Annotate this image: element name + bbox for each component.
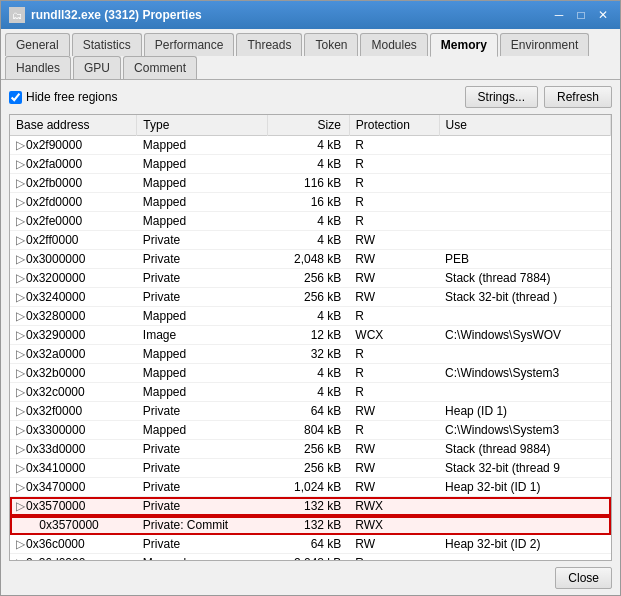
cell-protection: RWX [349,516,439,535]
table-row[interactable]: ▷ 0x3240000Private256 kBRWStack 32-bit (… [10,288,611,307]
cell-base-address: ▷ 0x2fa0000 [10,155,137,174]
tab-memory[interactable]: Memory [430,33,498,57]
expand-arrow[interactable]: ▷ [16,233,26,247]
cell-type: Mapped [137,421,267,440]
cell-protection: RW [349,231,439,250]
table-row[interactable]: ▷ 0x3000000Private2,048 kBRWPEB [10,250,611,269]
table-row[interactable]: ▷ 0x32b0000Mapped4 kBRC:\Windows\System3 [10,364,611,383]
cell-type: Private [137,250,267,269]
table-row[interactable]: ▷ 0x3300000Mapped804 kBRC:\Windows\Syste… [10,421,611,440]
table-row[interactable]: ▷ 0x3290000Image12 kBWCXC:\Windows\SysWO… [10,326,611,345]
close-button[interactable]: Close [555,567,612,589]
expand-arrow[interactable]: ▷ [16,442,26,456]
window-title: rundll32.exe (3312) Properties [31,8,202,22]
cell-size: 12 kB [267,326,349,345]
tab-token[interactable]: Token [304,33,358,56]
expand-arrow[interactable]: ▷ [16,176,26,190]
cell-base-address: ▷ 0x36d0000 [10,554,137,562]
table-row[interactable]: ▷ 0x36d0000Mapped2,048 kBR [10,554,611,562]
cell-protection: R [349,155,439,174]
cell-base-address: ▷ 0x3280000 [10,307,137,326]
table-row[interactable]: ▷ 0x3470000Private1,024 kBRWHeap 32-bit … [10,478,611,497]
cell-size: 256 kB [267,288,349,307]
toolbar: Hide free regions Strings... Refresh [1,80,620,114]
table-row[interactable]: ▷ 0x32a0000Mapped32 kBR [10,345,611,364]
table-row[interactable]: ▷ 0x3570000Private132 kBRWX [10,497,611,516]
cell-protection: RW [349,269,439,288]
table-row[interactable]: ▷ 0x2fb0000Mapped116 kBR [10,174,611,193]
expand-arrow[interactable]: ▷ [16,366,26,380]
cell-protection: R [349,307,439,326]
tab-threads[interactable]: Threads [236,33,302,56]
expand-arrow[interactable]: ▷ [16,461,26,475]
expand-arrow[interactable]: ▷ [16,309,26,323]
cell-protection: RW [349,440,439,459]
table-row[interactable]: ▷ 0x32c0000Mapped4 kBR [10,383,611,402]
expand-arrow[interactable]: ▷ [16,252,26,266]
table-row[interactable]: ▷ 0x2fe0000Mapped4 kBR [10,212,611,231]
expand-arrow[interactable]: ▷ [16,404,26,418]
cell-protection: RW [349,459,439,478]
table-row[interactable]: ▷ 0x2ff0000Private4 kBRW [10,231,611,250]
cell-size: 256 kB [267,269,349,288]
expand-arrow[interactable]: ▷ [16,290,26,304]
table-row[interactable]: ▷ 0x3200000Private256 kBRWStack (thread … [10,269,611,288]
strings-button[interactable]: Strings... [465,86,538,108]
cell-base-address: ▷ 0x3300000 [10,421,137,440]
expand-arrow[interactable]: ▷ [16,214,26,228]
col-use: Use [439,115,610,136]
tab-performance[interactable]: Performance [144,33,235,56]
table-row[interactable]: ▷ 0x2fd0000Mapped16 kBR [10,193,611,212]
maximize-button[interactable]: □ [572,6,590,24]
expand-arrow[interactable]: ▷ [16,328,26,342]
cell-size: 4 kB [267,231,349,250]
expand-arrow[interactable]: ▷ [16,347,26,361]
cell-size: 256 kB [267,459,349,478]
expand-arrow[interactable]: ▷ [16,537,26,551]
tab-general[interactable]: General [5,33,70,56]
refresh-button[interactable]: Refresh [544,86,612,108]
table-row[interactable]: ▷ 0x33d0000Private256 kBRWStack (thread … [10,440,611,459]
cell-protection: RWX [349,497,439,516]
tab-gpu[interactable]: GPU [73,56,121,79]
cell-type: Private [137,288,267,307]
cell-type: Mapped [137,307,267,326]
expand-arrow[interactable]: ▷ [16,157,26,171]
hide-free-regions-label[interactable]: Hide free regions [9,90,117,104]
expand-arrow[interactable]: ▷ [16,423,26,437]
minimize-button[interactable]: ─ [550,6,568,24]
cell-type: Mapped [137,136,267,155]
cell-protection: R [349,136,439,155]
table-row[interactable]: ▷ 0x2fa0000Mapped4 kBR [10,155,611,174]
cell-size: 1,024 kB [267,478,349,497]
tab-environment[interactable]: Environment [500,33,589,56]
memory-table-container[interactable]: Base address Type Size Protection Use ▷ … [9,114,612,561]
expand-arrow[interactable]: ▷ [16,138,26,152]
table-row[interactable]: ▷ 0x3280000Mapped4 kBR [10,307,611,326]
tab-comment[interactable]: Comment [123,56,197,79]
close-window-button[interactable]: ✕ [594,6,612,24]
col-base-address: Base address [10,115,137,136]
table-row[interactable]: ▷ 0x32f0000Private64 kBRWHeap (ID 1) [10,402,611,421]
cell-size: 2,048 kB [267,554,349,562]
hide-free-regions-checkbox[interactable] [9,91,22,104]
table-row[interactable]: ▷ 0x2f90000Mapped4 kBR [10,136,611,155]
expand-arrow[interactable]: ▷ [16,385,26,399]
cell-type: Private [137,478,267,497]
tab-statistics[interactable]: Statistics [72,33,142,56]
expand-arrow[interactable]: ▷ [16,480,26,494]
expand-arrow[interactable]: ▷ [16,499,26,513]
checkbox-text: Hide free regions [26,90,117,104]
cell-protection: RW [349,535,439,554]
cell-type: Mapped [137,193,267,212]
cell-size: 4 kB [267,212,349,231]
expand-arrow[interactable]: ▷ [16,195,26,209]
tab-modules[interactable]: Modules [360,33,427,56]
cell-base-address: ▷ 0x32b0000 [10,364,137,383]
tab-handles[interactable]: Handles [5,56,71,79]
table-row[interactable]: ▷ 0x3410000Private256 kBRWStack 32-bit (… [10,459,611,478]
expand-arrow[interactable]: ▷ [16,271,26,285]
table-row[interactable]: 0x3570000Private: Commit132 kBRWX [10,516,611,535]
table-row[interactable]: ▷ 0x36c0000Private64 kBRWHeap 32-bit (ID… [10,535,611,554]
cell-use: Stack (thread 7884) [439,269,610,288]
